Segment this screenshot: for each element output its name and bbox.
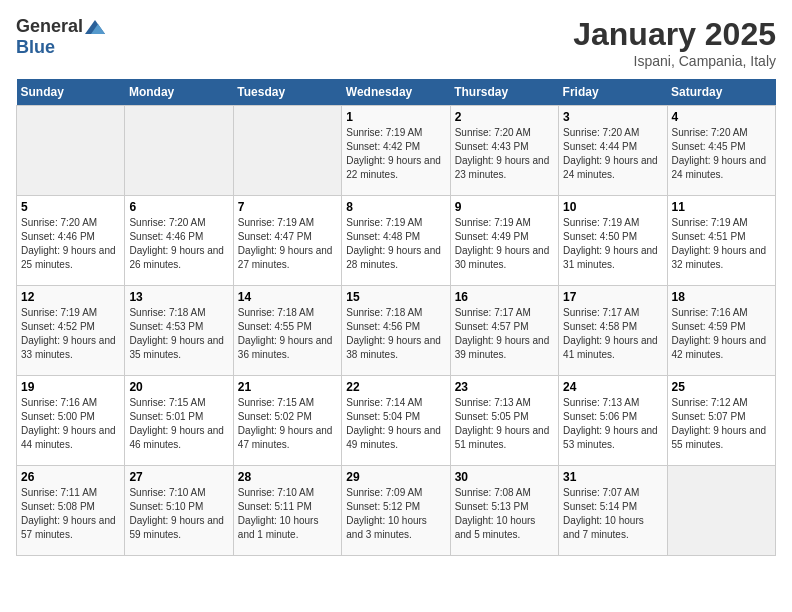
day-number: 6 bbox=[129, 200, 228, 214]
day-number: 23 bbox=[455, 380, 554, 394]
calendar-cell: 6Sunrise: 7:20 AM Sunset: 4:46 PM Daylig… bbox=[125, 196, 233, 286]
day-number: 14 bbox=[238, 290, 337, 304]
calendar-week-row: 12Sunrise: 7:19 AM Sunset: 4:52 PM Dayli… bbox=[17, 286, 776, 376]
weekday-header-row: SundayMondayTuesdayWednesdayThursdayFrid… bbox=[17, 79, 776, 106]
weekday-header: Monday bbox=[125, 79, 233, 106]
calendar-cell: 11Sunrise: 7:19 AM Sunset: 4:51 PM Dayli… bbox=[667, 196, 775, 286]
day-info: Sunrise: 7:19 AM Sunset: 4:49 PM Dayligh… bbox=[455, 216, 554, 272]
day-number: 19 bbox=[21, 380, 120, 394]
calendar-cell: 10Sunrise: 7:19 AM Sunset: 4:50 PM Dayli… bbox=[559, 196, 667, 286]
day-info: Sunrise: 7:20 AM Sunset: 4:44 PM Dayligh… bbox=[563, 126, 662, 182]
day-info: Sunrise: 7:09 AM Sunset: 5:12 PM Dayligh… bbox=[346, 486, 445, 542]
calendar-week-row: 1Sunrise: 7:19 AM Sunset: 4:42 PM Daylig… bbox=[17, 106, 776, 196]
day-info: Sunrise: 7:20 AM Sunset: 4:46 PM Dayligh… bbox=[129, 216, 228, 272]
calendar-cell bbox=[17, 106, 125, 196]
day-number: 1 bbox=[346, 110, 445, 124]
calendar-cell: 17Sunrise: 7:17 AM Sunset: 4:58 PM Dayli… bbox=[559, 286, 667, 376]
day-number: 2 bbox=[455, 110, 554, 124]
day-info: Sunrise: 7:19 AM Sunset: 4:51 PM Dayligh… bbox=[672, 216, 771, 272]
month-title: January 2025 bbox=[573, 16, 776, 53]
day-number: 3 bbox=[563, 110, 662, 124]
calendar-cell: 4Sunrise: 7:20 AM Sunset: 4:45 PM Daylig… bbox=[667, 106, 775, 196]
day-number: 26 bbox=[21, 470, 120, 484]
weekday-header: Friday bbox=[559, 79, 667, 106]
calendar-cell: 18Sunrise: 7:16 AM Sunset: 4:59 PM Dayli… bbox=[667, 286, 775, 376]
day-info: Sunrise: 7:18 AM Sunset: 4:56 PM Dayligh… bbox=[346, 306, 445, 362]
day-number: 31 bbox=[563, 470, 662, 484]
calendar-cell: 9Sunrise: 7:19 AM Sunset: 4:49 PM Daylig… bbox=[450, 196, 558, 286]
calendar-cell: 25Sunrise: 7:12 AM Sunset: 5:07 PM Dayli… bbox=[667, 376, 775, 466]
day-number: 30 bbox=[455, 470, 554, 484]
day-info: Sunrise: 7:19 AM Sunset: 4:50 PM Dayligh… bbox=[563, 216, 662, 272]
calendar-week-row: 26Sunrise: 7:11 AM Sunset: 5:08 PM Dayli… bbox=[17, 466, 776, 556]
logo: General Blue bbox=[16, 16, 105, 58]
day-info: Sunrise: 7:18 AM Sunset: 4:53 PM Dayligh… bbox=[129, 306, 228, 362]
day-number: 4 bbox=[672, 110, 771, 124]
calendar-cell: 8Sunrise: 7:19 AM Sunset: 4:48 PM Daylig… bbox=[342, 196, 450, 286]
calendar: SundayMondayTuesdayWednesdayThursdayFrid… bbox=[16, 79, 776, 556]
day-number: 7 bbox=[238, 200, 337, 214]
day-number: 9 bbox=[455, 200, 554, 214]
logo-icon bbox=[85, 20, 105, 34]
day-number: 18 bbox=[672, 290, 771, 304]
day-number: 8 bbox=[346, 200, 445, 214]
calendar-cell bbox=[125, 106, 233, 196]
day-number: 11 bbox=[672, 200, 771, 214]
calendar-cell bbox=[233, 106, 341, 196]
calendar-cell: 21Sunrise: 7:15 AM Sunset: 5:02 PM Dayli… bbox=[233, 376, 341, 466]
calendar-cell: 26Sunrise: 7:11 AM Sunset: 5:08 PM Dayli… bbox=[17, 466, 125, 556]
calendar-week-row: 5Sunrise: 7:20 AM Sunset: 4:46 PM Daylig… bbox=[17, 196, 776, 286]
calendar-cell: 14Sunrise: 7:18 AM Sunset: 4:55 PM Dayli… bbox=[233, 286, 341, 376]
day-number: 24 bbox=[563, 380, 662, 394]
day-number: 12 bbox=[21, 290, 120, 304]
calendar-cell: 1Sunrise: 7:19 AM Sunset: 4:42 PM Daylig… bbox=[342, 106, 450, 196]
day-info: Sunrise: 7:19 AM Sunset: 4:47 PM Dayligh… bbox=[238, 216, 337, 272]
calendar-cell: 31Sunrise: 7:07 AM Sunset: 5:14 PM Dayli… bbox=[559, 466, 667, 556]
calendar-cell: 24Sunrise: 7:13 AM Sunset: 5:06 PM Dayli… bbox=[559, 376, 667, 466]
calendar-cell: 22Sunrise: 7:14 AM Sunset: 5:04 PM Dayli… bbox=[342, 376, 450, 466]
calendar-cell: 2Sunrise: 7:20 AM Sunset: 4:43 PM Daylig… bbox=[450, 106, 558, 196]
calendar-cell bbox=[667, 466, 775, 556]
day-number: 27 bbox=[129, 470, 228, 484]
day-info: Sunrise: 7:12 AM Sunset: 5:07 PM Dayligh… bbox=[672, 396, 771, 452]
day-info: Sunrise: 7:13 AM Sunset: 5:05 PM Dayligh… bbox=[455, 396, 554, 452]
header: General Blue January 2025 Ispani, Campan… bbox=[16, 16, 776, 69]
day-number: 16 bbox=[455, 290, 554, 304]
calendar-cell: 13Sunrise: 7:18 AM Sunset: 4:53 PM Dayli… bbox=[125, 286, 233, 376]
day-number: 25 bbox=[672, 380, 771, 394]
logo-blue-text: Blue bbox=[16, 37, 55, 58]
day-info: Sunrise: 7:10 AM Sunset: 5:11 PM Dayligh… bbox=[238, 486, 337, 542]
calendar-cell: 19Sunrise: 7:16 AM Sunset: 5:00 PM Dayli… bbox=[17, 376, 125, 466]
weekday-header: Wednesday bbox=[342, 79, 450, 106]
day-number: 28 bbox=[238, 470, 337, 484]
weekday-header: Tuesday bbox=[233, 79, 341, 106]
calendar-cell: 28Sunrise: 7:10 AM Sunset: 5:11 PM Dayli… bbox=[233, 466, 341, 556]
day-info: Sunrise: 7:16 AM Sunset: 4:59 PM Dayligh… bbox=[672, 306, 771, 362]
calendar-cell: 20Sunrise: 7:15 AM Sunset: 5:01 PM Dayli… bbox=[125, 376, 233, 466]
day-info: Sunrise: 7:15 AM Sunset: 5:01 PM Dayligh… bbox=[129, 396, 228, 452]
day-info: Sunrise: 7:14 AM Sunset: 5:04 PM Dayligh… bbox=[346, 396, 445, 452]
calendar-cell: 30Sunrise: 7:08 AM Sunset: 5:13 PM Dayli… bbox=[450, 466, 558, 556]
weekday-header: Thursday bbox=[450, 79, 558, 106]
calendar-cell: 15Sunrise: 7:18 AM Sunset: 4:56 PM Dayli… bbox=[342, 286, 450, 376]
day-info: Sunrise: 7:16 AM Sunset: 5:00 PM Dayligh… bbox=[21, 396, 120, 452]
day-number: 13 bbox=[129, 290, 228, 304]
calendar-cell: 27Sunrise: 7:10 AM Sunset: 5:10 PM Dayli… bbox=[125, 466, 233, 556]
calendar-cell: 5Sunrise: 7:20 AM Sunset: 4:46 PM Daylig… bbox=[17, 196, 125, 286]
day-info: Sunrise: 7:19 AM Sunset: 4:52 PM Dayligh… bbox=[21, 306, 120, 362]
day-info: Sunrise: 7:20 AM Sunset: 4:46 PM Dayligh… bbox=[21, 216, 120, 272]
day-info: Sunrise: 7:17 AM Sunset: 4:57 PM Dayligh… bbox=[455, 306, 554, 362]
calendar-cell: 29Sunrise: 7:09 AM Sunset: 5:12 PM Dayli… bbox=[342, 466, 450, 556]
day-info: Sunrise: 7:15 AM Sunset: 5:02 PM Dayligh… bbox=[238, 396, 337, 452]
day-number: 17 bbox=[563, 290, 662, 304]
day-info: Sunrise: 7:07 AM Sunset: 5:14 PM Dayligh… bbox=[563, 486, 662, 542]
calendar-cell: 3Sunrise: 7:20 AM Sunset: 4:44 PM Daylig… bbox=[559, 106, 667, 196]
weekday-header: Sunday bbox=[17, 79, 125, 106]
day-number: 10 bbox=[563, 200, 662, 214]
logo-general-text: General bbox=[16, 16, 83, 37]
day-number: 29 bbox=[346, 470, 445, 484]
weekday-header: Saturday bbox=[667, 79, 775, 106]
day-info: Sunrise: 7:18 AM Sunset: 4:55 PM Dayligh… bbox=[238, 306, 337, 362]
subtitle: Ispani, Campania, Italy bbox=[573, 53, 776, 69]
day-info: Sunrise: 7:11 AM Sunset: 5:08 PM Dayligh… bbox=[21, 486, 120, 542]
